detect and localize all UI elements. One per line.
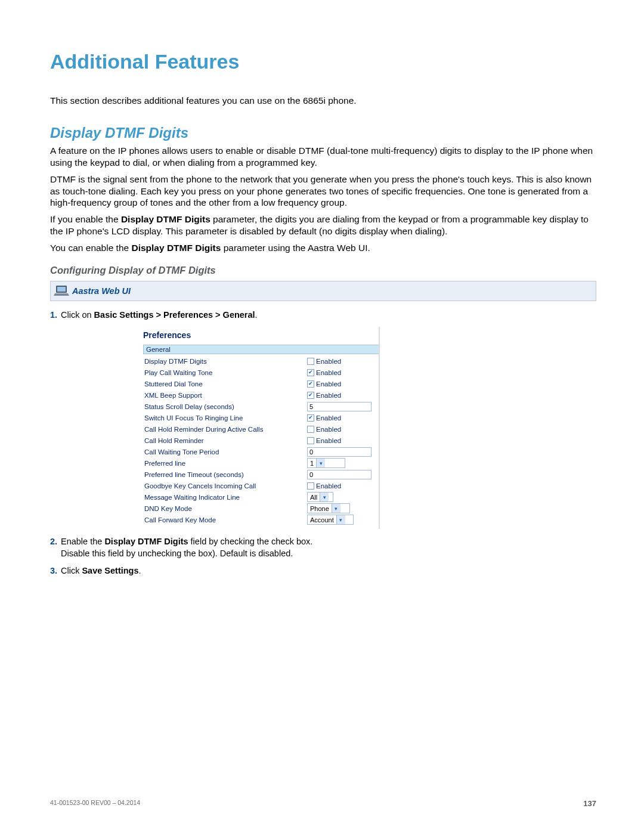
enabled-label: Enabled <box>316 414 341 422</box>
laptop-icon <box>51 281 72 301</box>
pref-row: Message Waiting Indicator Line All▾ <box>143 491 379 503</box>
aastra-web-ui-bar: Aastra Web UI <box>50 281 596 301</box>
checkbox[interactable] <box>307 369 314 376</box>
page-number: 137 <box>583 799 596 808</box>
pref-row: Display DTMF Digits Enabled <box>143 355 379 367</box>
text-input[interactable] <box>307 470 371 479</box>
chevron-down-icon: ▾ <box>336 515 345 524</box>
pref-label: Call Hold Reminder During Active Calls <box>143 426 307 433</box>
page-title: Additional Features <box>50 50 596 73</box>
text: Click <box>61 566 82 575</box>
step-2: Enable the Display DTMF Digits field by … <box>50 536 596 559</box>
footer-docid: 41-001523-00 REV00 – 04.2014 <box>50 799 140 808</box>
pref-row: Switch UI Focus To Ringing Line Enabled <box>143 412 379 423</box>
pref-row: Status Scroll Delay (seconds) <box>143 401 379 412</box>
pref-label: XML Beep Support <box>143 392 307 399</box>
pref-label: Stuttered Dial Tone <box>143 380 307 388</box>
text: . <box>139 566 141 575</box>
pref-row: XML Beep Support Enabled <box>143 389 379 401</box>
paragraph-3: If you enable the Display DTMF Digits pa… <box>50 213 596 237</box>
pref-row: Goodbye Key Cancels Incoming Call Enable… <box>143 480 379 491</box>
chevron-down-icon: ▾ <box>316 459 325 467</box>
checkbox[interactable] <box>307 380 314 388</box>
pref-label: Call Hold Reminder <box>143 437 307 444</box>
enabled-label: Enabled <box>316 482 341 490</box>
text: . <box>255 310 258 320</box>
checkbox[interactable] <box>307 482 314 490</box>
enabled-label: Enabled <box>316 426 341 433</box>
pref-label: Goodbye Key Cancels Incoming Call <box>143 482 307 490</box>
preferences-title: Preferences <box>143 330 379 340</box>
pref-label: DND Key Mode <box>143 505 307 512</box>
text-bold: Basic Settings > Preferences > General <box>94 310 255 320</box>
text: You can enable the <box>50 243 131 253</box>
pref-label: Preferred line Timeout (seconds) <box>143 471 307 478</box>
pref-row: DND Key Mode Phone▾ <box>143 503 379 514</box>
pref-row: Call Hold Reminder During Active Calls E… <box>143 423 379 435</box>
enabled-label: Enabled <box>316 380 341 388</box>
enabled-label: Enabled <box>316 392 341 399</box>
checkbox[interactable] <box>307 392 314 399</box>
preferences-screenshot: Preferences General Display DTMF Digits … <box>143 327 380 529</box>
pref-label: Call Forward Key Mode <box>143 516 307 524</box>
text-bold: Display DTMF Digits <box>131 243 221 253</box>
paragraph-4: You can enable the Display DTMF Digits p… <box>50 242 596 254</box>
pref-row: Play Call Waiting Tone Enabled <box>143 367 379 378</box>
enabled-label: Enabled <box>316 358 341 365</box>
text-bold: Display DTMF Digits <box>121 214 210 224</box>
select[interactable]: Account▾ <box>307 515 354 525</box>
step-3: Click Save Settings. <box>50 565 596 577</box>
pref-row: Call Waiting Tone Period <box>143 446 379 457</box>
checkbox[interactable] <box>307 426 314 433</box>
pref-label: Call Waiting Tone Period <box>143 448 307 456</box>
text-input[interactable] <box>307 402 371 411</box>
text: Enable the <box>61 537 104 546</box>
enabled-label: Enabled <box>316 437 341 444</box>
aastra-web-ui-label: Aastra Web UI <box>72 286 131 296</box>
pref-label: Play Call Waiting Tone <box>143 369 307 376</box>
text: If you enable the <box>50 214 121 224</box>
section-heading: Display DTMF Digits <box>50 125 596 141</box>
select[interactable]: All▾ <box>307 492 333 502</box>
select-value: Account <box>308 516 336 524</box>
checkbox[interactable] <box>307 414 314 422</box>
chevron-down-icon: ▾ <box>332 504 340 513</box>
subsection-heading: Configuring Display of DTMF Digits <box>50 265 596 276</box>
select-value: All <box>308 494 320 501</box>
paragraph-1: A feature on the IP phones allows users … <box>50 145 596 169</box>
pref-label: Message Waiting Indicator Line <box>143 494 307 501</box>
general-section-header: General <box>143 345 379 354</box>
page-footer: 41-001523-00 REV00 – 04.2014 137 <box>50 799 596 808</box>
enabled-label: Enabled <box>316 369 341 376</box>
chevron-down-icon: ▾ <box>320 493 329 501</box>
pref-label: Preferred line <box>143 460 307 467</box>
select-value: Phone <box>308 505 332 512</box>
pref-row: Preferred line Timeout (seconds) <box>143 469 379 480</box>
text-bold: Display DTMF Digits <box>104 537 188 546</box>
text-input[interactable] <box>307 447 371 457</box>
svg-rect-1 <box>57 287 66 292</box>
text-bold: Save Settings <box>82 566 138 575</box>
select-value: 1 <box>308 460 316 467</box>
step-1: Click on Basic Settings > Preferences > … <box>50 309 596 321</box>
intro-text: This section describes additional featur… <box>50 95 596 107</box>
checkbox[interactable] <box>307 358 314 365</box>
text: Click on <box>61 310 94 320</box>
checkbox[interactable] <box>307 437 314 444</box>
select[interactable]: Phone▾ <box>307 503 350 513</box>
pref-label: Display DTMF Digits <box>143 358 307 365</box>
pref-row: Preferred line 1▾ <box>143 457 379 469</box>
paragraph-2: DTMF is the signal sent from the phone t… <box>50 174 596 209</box>
text: parameter using the Aastra Web UI. <box>221 243 370 253</box>
pref-label: Status Scroll Delay (seconds) <box>143 403 307 410</box>
text: field by checking the check box. <box>188 537 313 546</box>
pref-row: Call Forward Key Mode Account▾ <box>143 514 379 525</box>
pref-row: Call Hold Reminder Enabled <box>143 435 379 446</box>
step-2-line2: Disable this field by unchecking the box… <box>61 548 596 560</box>
pref-row: Stuttered Dial Tone Enabled <box>143 378 379 389</box>
pref-label: Switch UI Focus To Ringing Line <box>143 414 307 422</box>
select[interactable]: 1▾ <box>307 458 345 468</box>
